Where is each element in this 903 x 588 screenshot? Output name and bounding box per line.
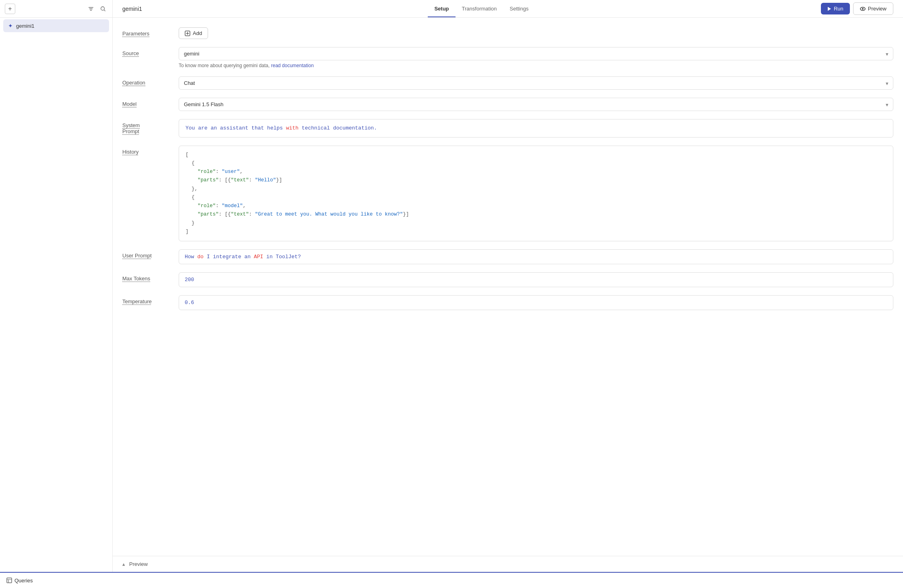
source-label: Source	[122, 47, 179, 56]
user-prompt-control: How do I integrate an API in ToolJet?	[179, 249, 893, 264]
add-parameter-button[interactable]: Add	[179, 27, 208, 39]
history-row: History [ { "role": "user", "parts": [{"…	[122, 146, 893, 242]
form-content: Parameters Add Source	[113, 18, 903, 556]
max-tokens-label: Max Tokens	[122, 272, 179, 282]
top-bar: gemini1 Setup Transformation Settings Ru…	[113, 0, 903, 18]
operation-row: Operation Chat	[122, 76, 893, 90]
tab-transformation[interactable]: Transformation	[456, 1, 503, 17]
operation-control: Chat	[179, 76, 893, 90]
svg-point-2	[862, 8, 864, 10]
sidebar-item-label: gemini1	[16, 23, 35, 29]
operation-label: Operation	[122, 76, 179, 86]
operation-select[interactable]: Chat	[179, 76, 893, 90]
filter-button[interactable]	[87, 4, 95, 13]
play-icon	[827, 6, 831, 11]
history-control: [ { "role": "user", "parts": [{"text": "…	[179, 146, 893, 242]
max-tokens-field[interactable]: 200	[179, 272, 893, 287]
queries-tab[interactable]: Queries	[6, 578, 33, 584]
temperature-row: Temperature 0.6	[122, 295, 893, 310]
sidebar: + ✦ gemini1	[0, 0, 113, 572]
source-row: Source gemini To know more about queryin…	[122, 47, 893, 68]
source-select-wrapper: gemini	[179, 47, 893, 60]
sidebar-item-gemini1[interactable]: ✦ gemini1	[3, 19, 109, 32]
preview-section: Preview	[113, 556, 903, 572]
model-control: Gemini 1.5 Flash	[179, 98, 893, 111]
sidebar-header: +	[0, 0, 112, 18]
plus-icon: +	[8, 5, 12, 12]
parameters-control: Add	[179, 27, 893, 39]
parameters-label: Parameters	[122, 27, 179, 37]
history-field[interactable]: [ { "role": "user", "parts": [{"text": "…	[179, 146, 893, 242]
plus-square-icon	[185, 31, 190, 36]
sidebar-header-actions	[87, 4, 107, 13]
filter-icon	[88, 6, 94, 12]
max-tokens-control: 200	[179, 272, 893, 287]
system-prompt-label: System Prompt	[122, 119, 179, 134]
tabs: Setup Transformation Settings	[428, 1, 535, 17]
search-button[interactable]	[99, 4, 107, 13]
queries-label: Queries	[14, 578, 33, 584]
preview-button[interactable]: Preview	[853, 2, 893, 15]
source-select[interactable]: gemini	[179, 47, 893, 60]
model-row: Model Gemini 1.5 Flash	[122, 98, 893, 111]
top-bar-actions: Run Preview	[821, 2, 893, 15]
diamond-icon: ✦	[8, 23, 13, 29]
preview-label: Preview	[129, 561, 148, 567]
system-prompt-field[interactable]: You are an assistant that helps with tec…	[179, 119, 893, 138]
source-control: gemini To know more about querying gemin…	[179, 47, 893, 68]
model-select[interactable]: Gemini 1.5 Flash	[179, 98, 893, 111]
query-title: gemini1	[122, 6, 142, 12]
temperature-label: Temperature	[122, 295, 179, 304]
tab-setup[interactable]: Setup	[428, 1, 455, 17]
temperature-field[interactable]: 0.6	[179, 295, 893, 310]
table-icon	[6, 578, 12, 583]
tab-settings[interactable]: Settings	[503, 1, 535, 17]
system-prompt-control: You are an assistant that helps with tec…	[179, 119, 893, 138]
bottom-bar: Queries	[0, 572, 903, 588]
user-prompt-row: User Prompt How do I integrate an API in…	[122, 249, 893, 264]
user-prompt-label: User Prompt	[122, 249, 179, 259]
parameters-row: Parameters Add	[122, 27, 893, 39]
model-select-wrapper: Gemini 1.5 Flash	[179, 98, 893, 111]
temperature-control: 0.6	[179, 295, 893, 310]
eye-icon	[860, 7, 866, 11]
triangle-up-icon	[122, 561, 127, 567]
model-label: Model	[122, 98, 179, 107]
run-button[interactable]: Run	[821, 3, 850, 14]
source-hint: To know more about querying gemini data,…	[179, 63, 893, 68]
read-documentation-link[interactable]: read documentation	[271, 63, 313, 68]
add-query-button[interactable]: +	[5, 4, 15, 14]
system-prompt-row: System Prompt You are an assistant that …	[122, 119, 893, 138]
max-tokens-row: Max Tokens 200	[122, 272, 893, 287]
main-content: gemini1 Setup Transformation Settings Ru…	[113, 0, 903, 572]
svg-rect-4	[7, 578, 12, 583]
user-prompt-field[interactable]: How do I integrate an API in ToolJet?	[179, 249, 893, 264]
search-icon	[100, 6, 106, 12]
history-label: History	[122, 146, 179, 155]
operation-select-wrapper: Chat	[179, 76, 893, 90]
